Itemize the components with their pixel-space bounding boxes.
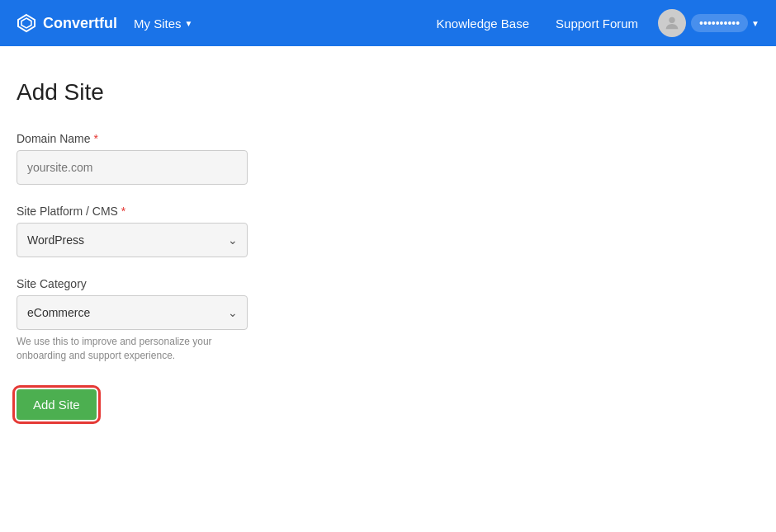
- category-label: Site Category: [17, 277, 462, 290]
- knowledge-base-link[interactable]: Knowledge Base: [423, 10, 542, 37]
- support-forum-link[interactable]: Support Forum: [542, 10, 651, 37]
- username-label[interactable]: ••••••••••: [691, 14, 748, 32]
- my-sites-chevron-icon: ▼: [185, 19, 193, 28]
- svg-marker-0: [18, 15, 35, 31]
- category-group: Site Category eCommerce Blog News Portfo…: [17, 277, 462, 363]
- navbar: Convertful My Sites ▼ Knowledge Base Sup…: [0, 0, 776, 46]
- svg-point-2: [669, 17, 674, 23]
- logo-icon: [17, 13, 36, 33]
- category-select-wrapper: eCommerce Blog News Portfolio Other ⌄: [17, 295, 248, 330]
- add-site-form: Domain Name * Site Platform / CMS * Word…: [17, 132, 462, 420]
- my-sites-menu[interactable]: My Sites ▼: [124, 10, 202, 37]
- logo[interactable]: Convertful: [17, 13, 117, 33]
- domain-name-label: Domain Name *: [17, 132, 462, 145]
- platform-select-wrapper: WordPress Joomla Drupal Shopify Other ⌄: [17, 223, 248, 257]
- platform-required-star: *: [121, 205, 125, 218]
- page-content: Add Site Domain Name * Site Platform / C…: [0, 46, 495, 453]
- category-select[interactable]: eCommerce Blog News Portfolio Other: [17, 295, 248, 330]
- platform-group: Site Platform / CMS * WordPress Joomla D…: [17, 205, 462, 257]
- svg-marker-1: [21, 18, 31, 28]
- page-title: Add Site: [17, 79, 462, 106]
- platform-label: Site Platform / CMS *: [17, 205, 462, 218]
- user-icon: [663, 14, 681, 32]
- add-site-button[interactable]: Add Site: [17, 389, 97, 420]
- domain-name-input[interactable]: [17, 150, 248, 185]
- category-hint: We use this to improve and personalize y…: [17, 335, 248, 363]
- logo-text: Convertful: [43, 15, 117, 32]
- user-menu-chevron-icon[interactable]: ▼: [751, 19, 759, 28]
- avatar[interactable]: [658, 9, 686, 37]
- platform-select[interactable]: WordPress Joomla Drupal Shopify Other: [17, 223, 248, 257]
- domain-name-group: Domain Name *: [17, 132, 462, 185]
- domain-required-star: *: [93, 132, 97, 145]
- my-sites-label: My Sites: [134, 16, 182, 31]
